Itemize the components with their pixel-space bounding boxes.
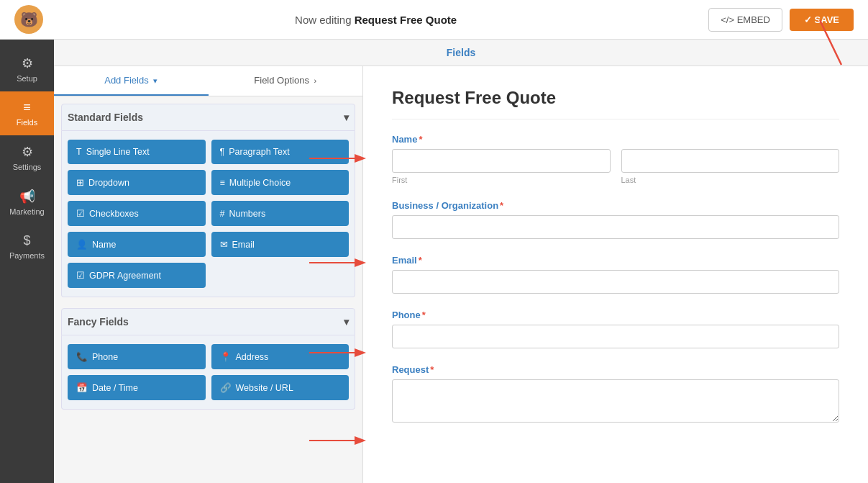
gdpr-label: GDPR Agreement — [89, 271, 161, 281]
checkboxes-label: Checkboxes — [89, 209, 139, 219]
address-label: Address — [236, 352, 269, 362]
business-required: * — [500, 200, 503, 211]
dropdown-icon: ⊞ — [76, 177, 84, 188]
topbar: 🐻 Now editing Request Free Quote </> EMB… — [0, 0, 868, 40]
content-split: Add Fields ▾ Field Options › Standard Fi… — [54, 66, 868, 483]
sidebar-item-marketing-label: Marketing — [9, 207, 44, 216]
email-required: * — [419, 255, 422, 266]
date-time-label: Date / Time — [92, 383, 138, 393]
phone-icon: 📞 — [76, 351, 88, 362]
last-label: Last — [621, 176, 840, 184]
address-icon: 📍 — [220, 351, 232, 362]
right-panel: Request Free Quote Name* First Last — [363, 66, 868, 483]
field-options-label: Field Options — [254, 75, 309, 86]
fancy-section-collapse-icon: ▾ — [344, 316, 349, 328]
request-textarea[interactable] — [392, 379, 839, 423]
sidebar-item-fields[interactable]: ≡ Fields — [0, 91, 54, 135]
numbers-button[interactable]: # Numbers — [211, 201, 350, 226]
name-required: * — [419, 134, 422, 145]
request-required: * — [430, 364, 434, 375]
setup-icon: ⚙ — [22, 55, 33, 71]
panel-tabs: Add Fields ▾ Field Options › — [54, 66, 362, 96]
section-collapse-icon: ▾ — [344, 112, 349, 123]
sidebar-item-setup[interactable]: ⚙ Setup — [0, 47, 54, 91]
date-time-icon: 📅 — [76, 382, 88, 393]
last-name-input[interactable] — [621, 149, 840, 173]
standard-fields-title: Standard Fields — [68, 112, 143, 123]
name-field-label: Name* — [392, 134, 839, 145]
dropdown-label: Dropdown — [88, 178, 129, 188]
single-line-text-label: Single Line Text — [86, 147, 150, 157]
email-field: Email* — [392, 255, 839, 294]
sidebar-item-settings[interactable]: ⚙ Settings — [0, 135, 54, 180]
name-row: First Last — [392, 149, 839, 184]
first-name-sub: First — [392, 149, 611, 184]
business-input[interactable] — [392, 215, 839, 239]
fields-icon: ≡ — [23, 100, 31, 115]
gdpr-icon: ☑ — [76, 270, 85, 281]
main-layout: ⚙ Setup ≡ Fields ⚙ Settings 📢 Marketing … — [0, 40, 868, 483]
content-area: Fields Add Fields ▾ Field Options › — [54, 40, 868, 483]
marketing-icon: 📢 — [19, 189, 35, 204]
checkboxes-button[interactable]: ☑ Checkboxes — [68, 201, 206, 226]
email-input[interactable] — [392, 270, 839, 294]
single-line-text-icon: T — [76, 147, 82, 157]
multiple-choice-button[interactable]: ≡ Multiple Choice — [211, 170, 350, 195]
name-button[interactable]: 👤 Name — [68, 232, 206, 257]
email-icon: ✉ — [220, 239, 228, 250]
save-button[interactable]: ✓ SAVE — [790, 9, 854, 31]
sidebar-item-setup-label: Setup — [17, 74, 37, 83]
fancy-fields-header[interactable]: Fancy Fields ▾ — [61, 308, 355, 335]
email-button[interactable]: ✉ Email — [211, 232, 350, 257]
name-icon: 👤 — [76, 239, 88, 250]
chevron-down-icon: ▾ — [153, 76, 157, 85]
form-title: Request Free Quote — [392, 88, 839, 119]
standard-fields-grid: T Single Line Text ¶ Paragraph Text ⊞ Dr… — [61, 131, 355, 297]
chevron-right-icon: › — [314, 76, 317, 85]
settings-icon: ⚙ — [22, 144, 33, 160]
fancy-fields-title: Fancy Fields — [68, 316, 129, 328]
email-field-label: Email* — [392, 255, 839, 266]
website-url-button[interactable]: 🔗 Website / URL — [211, 375, 350, 400]
phone-input[interactable] — [392, 325, 839, 348]
website-url-label: Website / URL — [236, 383, 293, 393]
tab-add-fields[interactable]: Add Fields ▾ — [54, 66, 209, 96]
paragraph-text-button[interactable]: ¶ Paragraph Text — [211, 140, 350, 164]
first-name-input[interactable] — [392, 149, 611, 173]
fancy-fields-grid: 📞 Phone 📍 Address 📅 Date / Time 🔗 — [61, 335, 355, 410]
dropdown-button[interactable]: ⊞ Dropdown — [68, 170, 206, 195]
multiple-choice-icon: ≡ — [220, 178, 225, 188]
name-field: Name* First Last — [392, 134, 839, 184]
payments-icon: $ — [23, 233, 30, 248]
topbar-actions: </> EMBED ✓ SAVE — [708, 8, 854, 32]
date-time-button[interactable]: 📅 Date / Time — [68, 375, 206, 400]
sidebar-item-payments[interactable]: $ Payments — [0, 225, 54, 268]
fields-tabbar: Fields — [54, 40, 868, 66]
paragraph-text-label: Paragraph Text — [229, 147, 290, 157]
sidebar-item-marketing[interactable]: 📢 Marketing — [0, 180, 54, 225]
embed-button[interactable]: </> EMBED — [708, 8, 782, 32]
fields-tab-label: Fields — [447, 47, 475, 58]
address-button[interactable]: 📍 Address — [211, 344, 350, 369]
request-field-label: Request* — [392, 364, 839, 375]
phone-field-label: Phone* — [392, 310, 839, 320]
sidebar-item-settings-label: Settings — [13, 163, 42, 171]
business-field-label: Business / Organization* — [392, 200, 839, 211]
left-panel: Add Fields ▾ Field Options › Standard Fi… — [54, 66, 363, 483]
single-line-text-button[interactable]: T Single Line Text — [68, 140, 206, 164]
tab-field-options[interactable]: Field Options › — [209, 66, 363, 96]
gdpr-agreement-button[interactable]: ☑ GDPR Agreement — [68, 263, 206, 288]
phone-button[interactable]: 📞 Phone — [68, 344, 206, 369]
standard-fields-header[interactable]: Standard Fields ▾ — [61, 104, 355, 131]
website-url-icon: 🔗 — [220, 382, 232, 393]
checkboxes-icon: ☑ — [76, 208, 85, 219]
bear-icon: 🐻 — [14, 5, 43, 34]
logo: 🐻 — [14, 5, 43, 34]
multiple-choice-label: Multiple Choice — [229, 178, 291, 188]
editing-title: Now editing Request Free Quote — [295, 14, 457, 26]
phone-label: Phone — [92, 352, 118, 362]
first-label: First — [392, 176, 611, 184]
phone-required: * — [422, 310, 426, 320]
numbers-icon: # — [220, 209, 225, 219]
last-name-sub: Last — [621, 149, 840, 184]
